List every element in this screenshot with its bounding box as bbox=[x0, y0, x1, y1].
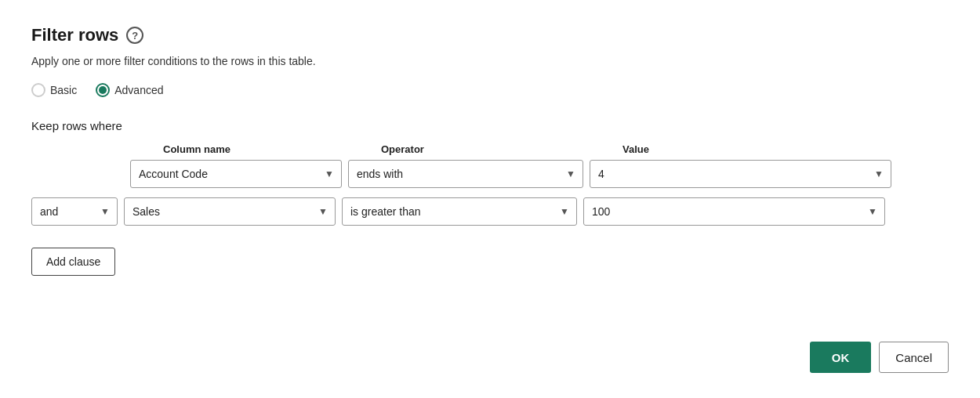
column-headers: Column name Operator Value bbox=[163, 143, 949, 155]
radio-group: Basic Advanced bbox=[31, 83, 949, 97]
radio-advanced-label: Advanced bbox=[114, 84, 163, 96]
dialog-title: Filter rows bbox=[31, 25, 118, 45]
bottom-actions: OK Cancel bbox=[810, 342, 949, 373]
col-header-operator: Operator bbox=[381, 143, 616, 155]
cancel-button[interactable]: Cancel bbox=[879, 342, 949, 373]
col-header-column-name: Column name bbox=[163, 143, 375, 155]
row1-operator-wrapper: ends with ▼ bbox=[348, 160, 583, 188]
row2-value-select[interactable]: 100 bbox=[583, 197, 885, 226]
row2-operator-select[interactable]: is greater than bbox=[342, 197, 577, 226]
row2-column-select[interactable]: Sales bbox=[124, 197, 336, 226]
filter-row-2: and ▼ Sales ▼ is greater than ▼ 100 ▼ bbox=[31, 197, 949, 226]
filter-rows-dialog: Filter rows ? Apply one or more filter c… bbox=[0, 0, 980, 398]
row1-operator-select[interactable]: ends with bbox=[348, 160, 583, 188]
radio-advanced[interactable]: Advanced bbox=[96, 83, 163, 97]
add-clause-button[interactable]: Add clause bbox=[31, 248, 115, 276]
help-icon[interactable]: ? bbox=[126, 27, 143, 44]
row1-value-select[interactable]: 4 bbox=[590, 160, 891, 188]
row1-value-wrapper: 4 ▼ bbox=[590, 160, 891, 188]
radio-basic-circle bbox=[31, 83, 45, 97]
keep-rows-label: Keep rows where bbox=[31, 119, 949, 132]
radio-basic-label: Basic bbox=[50, 84, 77, 96]
radio-basic[interactable]: Basic bbox=[31, 83, 77, 97]
filter-row-1: Account Code ▼ ends with ▼ 4 ▼ bbox=[31, 160, 949, 188]
radio-advanced-circle bbox=[96, 83, 110, 97]
row2-operator-wrapper: is greater than ▼ bbox=[342, 197, 577, 226]
row2-value-wrapper: 100 ▼ bbox=[583, 197, 885, 226]
row2-connector-wrapper: and ▼ bbox=[31, 197, 118, 226]
dialog-subtitle: Apply one or more filter conditions to t… bbox=[31, 55, 949, 67]
row1-column-select[interactable]: Account Code bbox=[130, 160, 342, 188]
title-row: Filter rows ? bbox=[31, 25, 949, 45]
row2-connector-select[interactable]: and bbox=[31, 197, 118, 226]
col-header-value: Value bbox=[622, 143, 924, 155]
ok-button[interactable]: OK bbox=[810, 342, 872, 373]
row1-column-wrapper: Account Code ▼ bbox=[130, 160, 342, 188]
row2-column-wrapper: Sales ▼ bbox=[124, 197, 336, 226]
